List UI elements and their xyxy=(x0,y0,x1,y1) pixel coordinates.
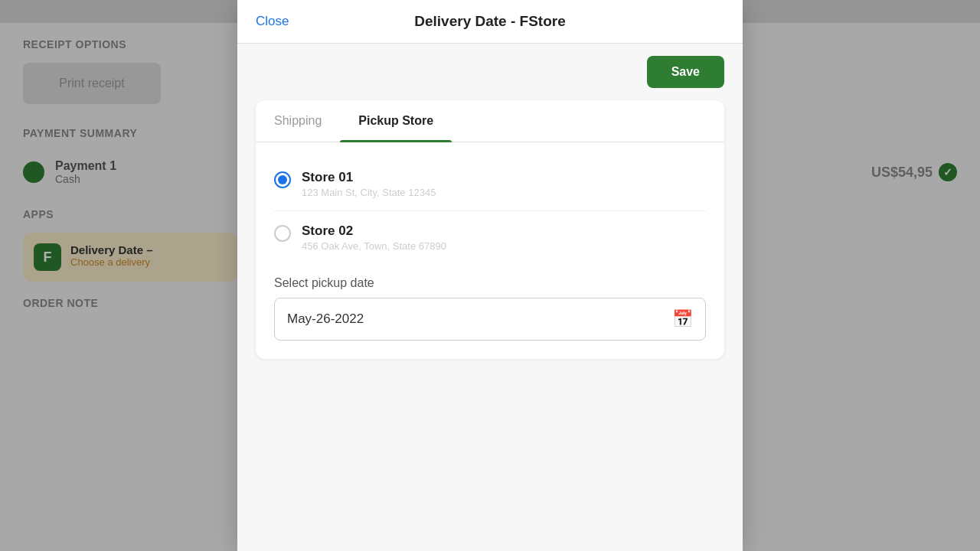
tab-shipping[interactable]: Shipping xyxy=(256,100,340,142)
date-value: May-26-2022 xyxy=(287,311,672,327)
tabs-row: Shipping Pickup Store xyxy=(256,100,724,142)
date-section-label: Select pickup date xyxy=(274,276,706,290)
store-02-sublabel: 456 Oak Ave, Town, State 67890 xyxy=(302,240,446,252)
tab-content-pickup: Store 01 123 Main St, City, State 12345 … xyxy=(256,161,724,341)
store-01-sublabel: 123 Main St, City, State 12345 xyxy=(302,187,436,198)
tab-card: Shipping Pickup Store Store 01 123 Main … xyxy=(256,100,724,359)
modal-header: Close Delivery Date - FStore xyxy=(237,0,743,44)
date-section: Select pickup date May-26-2022 📅 xyxy=(274,276,706,341)
store-02-option[interactable]: Store 02 456 Oak Ave, Town, State 67890 xyxy=(274,214,706,261)
store-01-label: Store 01 xyxy=(302,170,436,185)
save-button[interactable]: Save xyxy=(647,56,724,88)
modal-body: Save Shipping Pickup Store xyxy=(237,44,743,551)
modal-overlay: Close Delivery Date - FStore Save Shippi… xyxy=(0,0,980,551)
store-01-radio[interactable] xyxy=(274,171,291,188)
modal-title: Delivery Date - FStore xyxy=(414,13,565,30)
save-btn-row: Save xyxy=(256,56,724,88)
store-01-option[interactable]: Store 01 123 Main St, City, State 12345 xyxy=(274,161,706,207)
calendar-icon[interactable]: 📅 xyxy=(672,309,693,329)
delivery-date-modal: Close Delivery Date - FStore Save Shippi… xyxy=(237,0,743,551)
radio-divider xyxy=(274,210,706,211)
date-input-row[interactable]: May-26-2022 📅 xyxy=(274,298,706,341)
store-02-radio[interactable] xyxy=(274,225,291,242)
close-button[interactable]: Close xyxy=(256,14,289,29)
tab-pickup-store[interactable]: Pickup Store xyxy=(340,100,452,142)
store-02-label: Store 02 xyxy=(302,223,446,239)
